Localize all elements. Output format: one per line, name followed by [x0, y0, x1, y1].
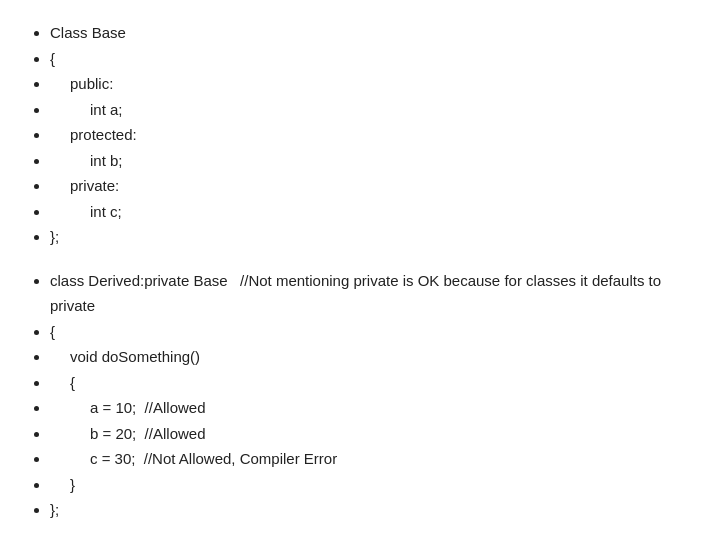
list-item: }	[50, 472, 700, 498]
line-text: protected:	[50, 126, 137, 143]
line-text: };	[50, 228, 59, 245]
list-item: a = 10; //Allowed	[50, 395, 700, 421]
list-item: private:	[50, 173, 700, 199]
line-text: b = 20; //Allowed	[50, 425, 206, 442]
section1-list: Class Base { public: int a; protected: i…	[20, 20, 700, 250]
list-item: int c;	[50, 199, 700, 225]
line-text: class Derived:private Base //Not mention…	[50, 272, 661, 315]
line-text: {	[50, 374, 75, 391]
line-text: };	[50, 501, 59, 518]
list-item: public:	[50, 71, 700, 97]
list-item: };	[50, 497, 700, 523]
line-text: Class Base	[50, 24, 126, 41]
line-text: c = 30; //Not Allowed, Compiler Error	[50, 450, 337, 467]
list-item: {	[50, 370, 700, 396]
line-text: }	[50, 476, 75, 493]
list-item: int a;	[50, 97, 700, 123]
line-text: int a;	[50, 101, 123, 118]
line-text: {	[50, 323, 55, 340]
line-text: private:	[50, 177, 119, 194]
list-item: class Derived:private Base //Not mention…	[50, 268, 700, 319]
list-item: {	[50, 319, 700, 345]
list-item: protected:	[50, 122, 700, 148]
list-item: Class Base	[50, 20, 700, 46]
line-text: void doSomething()	[50, 348, 200, 365]
list-item: };	[50, 224, 700, 250]
list-item: int b;	[50, 148, 700, 174]
line-text: public:	[50, 75, 113, 92]
section2-list: class Derived:private Base //Not mention…	[20, 268, 700, 523]
line-text: {	[50, 50, 55, 67]
main-content: Class Base { public: int a; protected: i…	[0, 0, 720, 540]
list-item: c = 30; //Not Allowed, Compiler Error	[50, 446, 700, 472]
line-text: int b;	[50, 152, 123, 169]
line-text: a = 10; //Allowed	[50, 399, 206, 416]
section-gap	[20, 250, 700, 268]
list-item: {	[50, 46, 700, 72]
list-item: void doSomething()	[50, 344, 700, 370]
list-item: b = 20; //Allowed	[50, 421, 700, 447]
line-text: int c;	[50, 203, 122, 220]
